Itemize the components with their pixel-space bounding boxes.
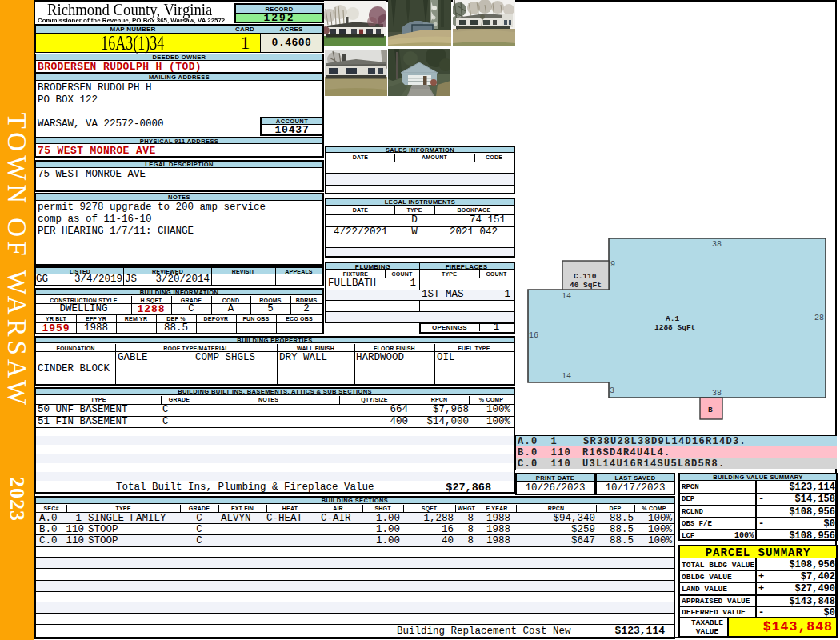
svg-text:38: 38 (712, 240, 722, 249)
svg-text:9: 9 (610, 260, 615, 269)
svg-text:C.110: C.110 (574, 272, 597, 281)
svg-text:16: 16 (529, 331, 538, 340)
svg-text:14: 14 (562, 292, 571, 301)
svg-text:A.1: A.1 (666, 314, 679, 323)
svg-text:1288 SqFt: 1288 SqFt (654, 323, 695, 332)
svg-text:3: 3 (610, 386, 614, 395)
svg-text:40 SqFt: 40 SqFt (570, 281, 602, 290)
svg-text:28: 28 (814, 314, 824, 322)
svg-text:38: 38 (712, 389, 722, 398)
svg-text:14: 14 (562, 372, 571, 381)
svg-text:B: B (708, 406, 713, 414)
